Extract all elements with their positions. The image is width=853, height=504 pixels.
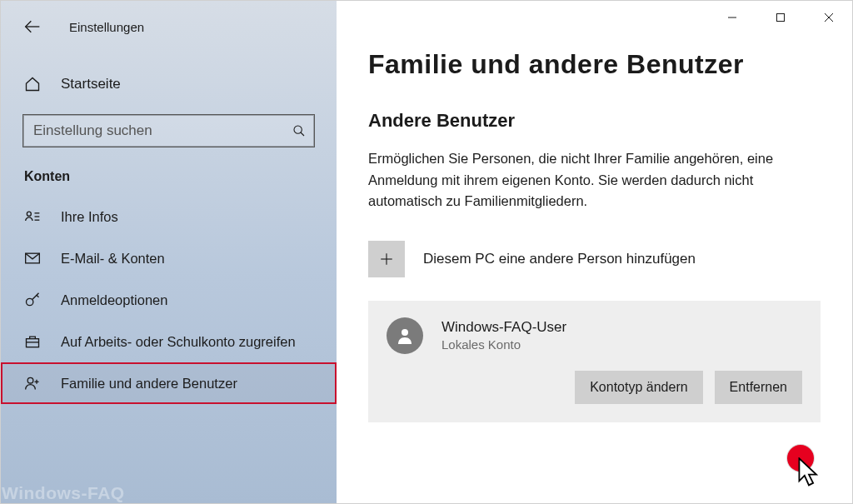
section-other-users-description: Ermöglichen Sie Personen, die nicht Ihre… — [368, 148, 801, 212]
svg-line-10 — [37, 295, 39, 297]
search-box[interactable] — [22, 114, 315, 147]
svg-point-1 — [294, 126, 302, 133]
close-button[interactable] — [805, 0, 853, 35]
page-title: Familie und andere Benutzer — [368, 49, 821, 80]
home-icon — [24, 76, 41, 92]
window-title: Einstellungen — [69, 20, 144, 34]
sidebar-item-label: Ihre Infos — [61, 209, 118, 225]
svg-line-2 — [301, 132, 304, 136]
svg-point-3 — [27, 212, 31, 216]
sidebar-item-label: Anmeldeoptionen — [61, 292, 167, 308]
svg-rect-20 — [777, 14, 785, 22]
sidebar-item-signin-options[interactable]: Anmeldeoptionen — [1, 279, 337, 321]
sidebar-home[interactable]: Startseite — [1, 66, 337, 102]
sidebar-item-family-users[interactable]: Familie und andere Benutzer — [1, 362, 337, 404]
sidebar-home-label: Startseite — [61, 76, 121, 92]
user-card-actions: Kontotyp ändern Entfernen — [387, 371, 802, 404]
svg-point-8 — [27, 298, 33, 305]
remove-account-button[interactable]: Entfernen — [715, 371, 802, 404]
sidebar: Einstellungen Startseite Konten Ihre Inf… — [1, 1, 337, 503]
sidebar-nav: Ihre Infos E-Mail- & Konten Anmeldeoptio… — [1, 196, 337, 404]
close-icon — [824, 12, 834, 22]
add-person-row[interactable]: Diesem PC eine andere Person hinzufügen — [368, 241, 821, 277]
add-person-label: Diesem PC eine andere Person hinzufügen — [423, 251, 696, 267]
svg-point-13 — [27, 377, 33, 383]
briefcase-icon — [24, 333, 41, 350]
user-account-type: Lokales Konto — [441, 337, 566, 352]
settings-window: Einstellungen Startseite Konten Ihre Inf… — [0, 0, 853, 504]
sidebar-section-label: Konten — [1, 147, 337, 196]
search-icon — [292, 124, 306, 137]
svg-rect-11 — [27, 339, 39, 347]
search-input[interactable] — [33, 122, 292, 139]
add-person-tile — [368, 241, 405, 277]
back-arrow-icon[interactable] — [24, 18, 41, 35]
key-icon — [24, 292, 41, 308]
person-card-icon — [24, 208, 41, 225]
svg-point-18 — [402, 329, 408, 336]
user-name: Windows-FAQ-User — [441, 319, 566, 336]
sidebar-item-label: Auf Arbeits- oder Schulkonto zugreifen — [61, 334, 296, 350]
minimize-button[interactable] — [708, 0, 756, 35]
avatar — [387, 317, 423, 354]
change-account-type-button[interactable]: Kontotyp ändern — [575, 371, 702, 404]
watermark-text: Windows-FAQ — [2, 483, 125, 503]
maximize-icon — [776, 12, 786, 22]
user-card-header: Windows-FAQ-User Lokales Konto — [387, 317, 802, 354]
annotation-highlight-circle — [787, 445, 814, 472]
maximize-button[interactable] — [756, 0, 805, 35]
user-card[interactable]: Windows-FAQ-User Lokales Konto Kontotyp … — [368, 301, 821, 422]
minimize-icon — [727, 12, 737, 22]
people-icon — [24, 375, 41, 392]
person-icon — [395, 326, 415, 346]
mail-icon — [24, 250, 41, 267]
sidebar-header: Einstellungen — [1, 6, 337, 47]
plus-icon — [379, 252, 394, 267]
main-content: Familie und andere Benutzer Andere Benut… — [337, 1, 852, 503]
sidebar-item-label: E-Mail- & Konten — [61, 251, 165, 267]
window-caption-buttons — [708, 0, 853, 35]
section-other-users-title: Andere Benutzer — [368, 110, 821, 132]
sidebar-item-label: Familie und andere Benutzer — [61, 376, 237, 392]
sidebar-item-your-info[interactable]: Ihre Infos — [1, 196, 337, 237]
sidebar-item-work-school[interactable]: Auf Arbeits- oder Schulkonto zugreifen — [1, 321, 337, 362]
sidebar-item-email-accounts[interactable]: E-Mail- & Konten — [1, 237, 337, 279]
